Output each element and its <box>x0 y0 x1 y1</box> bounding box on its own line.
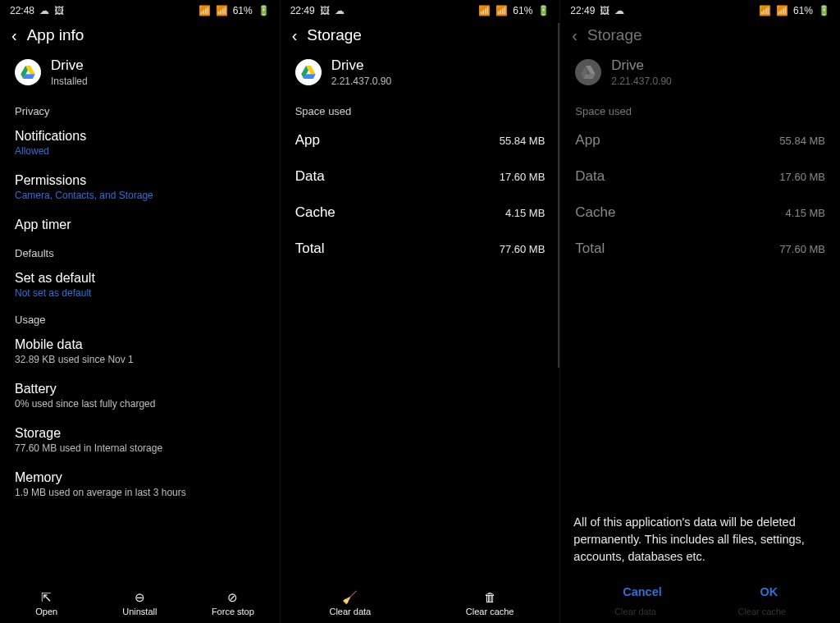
image-icon: 🖼 <box>600 5 609 16</box>
item-battery[interactable]: Battery 0% used since last fully charged <box>0 375 280 419</box>
image-icon: 🖼 <box>54 5 64 16</box>
page-title: App info <box>27 26 84 44</box>
battery-icon: 🔋 <box>537 5 550 16</box>
status-time: 22:48 <box>10 5 34 16</box>
status-bar: 22:49 🖼 ☁ 📶 📶 61% 🔋 <box>281 0 560 18</box>
row-data: Data17.60 MB <box>560 158 840 195</box>
app-header: Drive Installed <box>0 56 280 97</box>
status-time: 22:49 <box>290 5 315 16</box>
pane-storage-dialog: 22:49 🖼 ☁ 📶 📶 61% 🔋 ‹ Storage Drive 2.21… <box>559 0 840 623</box>
back-icon: ‹ <box>572 27 578 44</box>
drive-icon <box>295 59 322 85</box>
app-subtitle: Installed <box>51 76 88 87</box>
cancel-button[interactable]: Cancel <box>623 585 662 598</box>
cloud-icon: ☁ <box>614 5 624 16</box>
signal-icon: 📶 <box>776 5 788 16</box>
app-name: Drive <box>331 57 391 74</box>
status-time: 22:49 <box>570 5 595 16</box>
row-cache: Cache4.15 MB <box>560 195 840 231</box>
battery-icon: 🔋 <box>258 5 270 16</box>
drive-icon <box>15 59 41 85</box>
item-notifications[interactable]: Notifications Allowed <box>0 122 280 167</box>
page-title: Storage <box>307 26 362 44</box>
ghost-bottom-bar: Clear dataClear cache <box>573 607 827 616</box>
battery-percent: 61% <box>793 5 813 16</box>
back-icon[interactable]: ‹ <box>292 27 298 44</box>
confirm-dialog: All of this application's data will be d… <box>573 514 827 616</box>
section-defaults: Defaults <box>0 242 280 264</box>
row-app: App55.84 MB <box>560 122 840 158</box>
row-data: Data17.60 MB <box>281 158 560 195</box>
app-version: 2.21.437.0.90 <box>331 76 391 87</box>
force-stop-button[interactable]: ⊘Force stop <box>205 591 261 616</box>
wifi-icon: 📶 <box>199 5 211 16</box>
item-memory[interactable]: Memory 1.9 MB used on average in last 3 … <box>0 464 280 508</box>
cloud-icon: ☁ <box>335 5 345 16</box>
back-icon[interactable]: ‹ <box>11 27 17 44</box>
clear-data-button[interactable]: 🧹Clear data <box>322 591 378 616</box>
app-version: 2.21.437.0.90 <box>611 76 671 87</box>
clear-cache-icon: 🗑 <box>484 591 496 603</box>
title-bar: ‹ App info <box>0 18 280 56</box>
pane-storage: 22:49 🖼 ☁ 📶 📶 61% 🔋 ‹ Storage Drive 2.21… <box>280 0 560 623</box>
uninstall-button[interactable]: ⊖Uninstall <box>112 591 167 616</box>
item-app-timer[interactable]: App timer <box>0 211 280 242</box>
wifi-icon: 📶 <box>478 5 491 16</box>
app-header: Drive 2.21.437.0.90 <box>281 56 560 97</box>
battery-percent: 61% <box>233 5 253 16</box>
row-cache: Cache4.15 MB <box>281 195 560 231</box>
battery-icon: 🔋 <box>818 5 830 16</box>
status-bar: 22:49 🖼 ☁ 📶 📶 61% 🔋 <box>560 0 840 18</box>
signal-icon: 📶 <box>495 5 508 16</box>
app-name: Drive <box>611 57 671 74</box>
cloud-icon: ☁ <box>39 5 49 16</box>
row-total: Total77.60 MB <box>560 231 840 267</box>
dialog-message: All of this application's data will be d… <box>573 514 827 580</box>
clear-cache-button[interactable]: 🗑Clear cache <box>462 591 518 616</box>
pane-app-info: 22:48 ☁ 🖼 📶 📶 61% 🔋 ‹ App info Drive Ins… <box>0 0 280 623</box>
section-space-used: Space used <box>281 97 560 122</box>
title-bar: ‹ Storage <box>281 18 560 56</box>
section-privacy: Privacy <box>0 97 280 122</box>
item-set-default[interactable]: Set as default Not set as default <box>0 264 280 309</box>
item-mobile-data[interactable]: Mobile data 32.89 KB used since Nov 1 <box>0 331 280 375</box>
section-usage: Usage <box>0 309 280 331</box>
item-permissions[interactable]: Permissions Camera, Contacts, and Storag… <box>0 167 280 211</box>
battery-percent: 61% <box>513 5 532 16</box>
wifi-icon: 📶 <box>759 5 771 16</box>
signal-icon: 📶 <box>216 5 228 16</box>
clear-data-icon: 🧹 <box>342 591 358 603</box>
open-button[interactable]: ⇱Open <box>19 591 75 616</box>
bottom-bar: 🧹Clear data 🗑Clear cache <box>281 586 560 623</box>
force-stop-icon: ⊘ <box>227 591 238 603</box>
page-title: Storage <box>587 26 642 44</box>
status-bar: 22:48 ☁ 🖼 📶 📶 61% 🔋 <box>0 0 280 18</box>
row-app: App55.84 MB <box>281 122 560 158</box>
app-header: Drive 2.21.437.0.90 <box>560 56 840 97</box>
bottom-bar: ⇱Open ⊖Uninstall ⊘Force stop <box>0 586 280 623</box>
drive-icon <box>575 59 601 85</box>
uninstall-icon: ⊖ <box>135 591 145 603</box>
ok-button[interactable]: OK <box>760 585 778 598</box>
open-icon: ⇱ <box>41 591 52 603</box>
section-space-used: Space used <box>560 97 840 122</box>
title-bar: ‹ Storage <box>560 18 840 56</box>
image-icon: 🖼 <box>320 5 330 16</box>
app-name: Drive <box>51 57 88 74</box>
row-total: Total77.60 MB <box>281 231 560 267</box>
item-storage[interactable]: Storage 77.60 MB used in Internal storag… <box>0 419 280 464</box>
